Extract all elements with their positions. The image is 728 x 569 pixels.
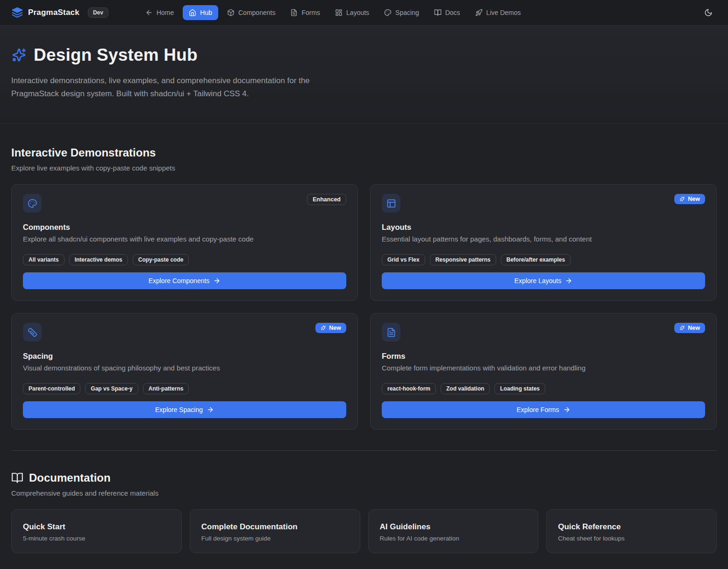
- card-head: New: [382, 194, 705, 213]
- nav-label: Home: [157, 9, 174, 16]
- demos-section: Interactive Demonstrations Explore live …: [0, 146, 728, 430]
- cta-label: Explore Components: [149, 277, 210, 284]
- palette-icon: [28, 199, 37, 208]
- arrow-left-icon: [145, 9, 153, 16]
- doc-card-complete-documentation[interactable]: Complete Documentation Full design syste…: [190, 509, 360, 553]
- card-description: Complete form implementations with valid…: [382, 364, 705, 372]
- doc-card-title: AI Guidelines: [380, 522, 527, 532]
- nav-label: Live Demos: [486, 9, 521, 16]
- card-title: Layouts: [382, 223, 705, 232]
- explore-forms-button[interactable]: Explore Forms: [382, 401, 705, 418]
- doc-card-ai-guidelines[interactable]: AI Guidelines Rules for AI code generati…: [368, 509, 539, 553]
- demo-card-components: Enhanced Components Explore all shadcn/u…: [11, 184, 358, 301]
- tag: Responsive patterns: [430, 254, 496, 265]
- doc-card-title: Quick Start: [23, 522, 170, 532]
- nav-item-hub[interactable]: Hub: [183, 5, 218, 20]
- main-nav: Home Hub Components Forms Layouts Spacin…: [139, 5, 527, 20]
- doc-card-quick-start[interactable]: Quick Start 5-minute crash course: [11, 509, 182, 553]
- hero-title-row: Design System Hub: [11, 45, 717, 65]
- nav-item-layouts[interactable]: Layouts: [329, 5, 375, 20]
- nav-item-home[interactable]: Home: [139, 5, 180, 20]
- card-description: Visual demonstrations of spacing philoso…: [23, 364, 346, 372]
- nav-label: Forms: [301, 9, 320, 16]
- card-title: Forms: [382, 352, 705, 361]
- nav-item-components[interactable]: Components: [221, 5, 281, 20]
- tag: react-hook-form: [382, 383, 436, 394]
- box-icon: [227, 9, 235, 16]
- layers-icon: [11, 7, 23, 19]
- nav-label: Components: [238, 9, 275, 16]
- theme-toggle-button[interactable]: [700, 4, 717, 21]
- doc-card-description: Rules for AI code generation: [380, 535, 527, 542]
- nav-item-spacing[interactable]: Spacing: [378, 5, 425, 20]
- documentation-title-row: Documentation: [11, 471, 717, 484]
- doc-card-description: 5-minute crash course: [23, 535, 170, 542]
- demo-card-layouts: New Layouts Essential layout patterns fo…: [370, 184, 717, 301]
- badge-label: New: [688, 196, 700, 202]
- file-text-icon: [290, 9, 298, 16]
- card-head: New: [382, 323, 705, 341]
- demos-section-subtitle: Explore live examples with copy-paste co…: [11, 164, 717, 172]
- documentation-section: Documentation Comprehensive guides and r…: [0, 471, 728, 565]
- tag: Gap vs Space-y: [85, 383, 138, 394]
- rocket-icon: [475, 9, 483, 16]
- doc-card-quick-reference[interactable]: Quick Reference Cheat sheet for lookups: [546, 509, 717, 553]
- demo-card-grid: Enhanced Components Explore all shadcn/u…: [11, 184, 717, 430]
- nav-label: Layouts: [346, 9, 369, 16]
- badge-label: New: [688, 325, 700, 331]
- tag: Anti-patterns: [143, 383, 189, 394]
- doc-card-grid: Quick Start 5-minute crash course Comple…: [11, 509, 717, 553]
- tag-row: react-hook-form Zod validation Loading s…: [382, 383, 705, 394]
- tag: Zod validation: [441, 383, 490, 394]
- card-icon-tile: [382, 323, 400, 341]
- new-badge: New: [674, 194, 705, 204]
- dev-badge: Dev: [88, 7, 108, 18]
- arrow-right-icon: [207, 406, 214, 413]
- brand[interactable]: PragmaStack Dev: [11, 7, 108, 19]
- tag: Before/after examples: [501, 254, 571, 265]
- tag-row: Grid vs Flex Responsive patterns Before/…: [382, 254, 705, 265]
- top-navbar: PragmaStack Dev Home Hub Components Form…: [0, 0, 728, 26]
- nav-item-live-demos[interactable]: Live Demos: [469, 5, 527, 20]
- card-head: Enhanced: [23, 194, 346, 213]
- ruler-icon: [28, 327, 37, 337]
- cta-label: Explore Forms: [516, 406, 559, 413]
- tag-row: Parent-controlled Gap vs Space-y Anti-pa…: [23, 383, 346, 394]
- explore-layouts-button[interactable]: Explore Layouts: [382, 272, 705, 289]
- explore-spacing-button[interactable]: Explore Spacing: [23, 401, 346, 418]
- documentation-title: Documentation: [29, 471, 111, 484]
- new-badge: New: [674, 323, 705, 333]
- enhanced-badge: Enhanced: [307, 194, 346, 205]
- sparkles-icon: [11, 47, 27, 63]
- book-open-icon: [434, 9, 442, 16]
- palette-icon: [384, 9, 392, 16]
- doc-card-description: Cheat sheet for lookups: [558, 535, 705, 542]
- sparkles-icon: [679, 196, 685, 202]
- file-text-icon: [386, 327, 396, 337]
- section-divider: [11, 450, 717, 451]
- page-title: Design System Hub: [34, 45, 198, 65]
- tag: Parent-controlled: [23, 383, 80, 394]
- cta-label: Explore Layouts: [514, 277, 561, 284]
- card-icon-tile: [382, 194, 400, 213]
- tag: Interactive demos: [69, 254, 128, 265]
- home-icon: [189, 9, 196, 16]
- doc-card-title: Complete Documentation: [201, 522, 349, 532]
- demo-card-spacing: New Spacing Visual demonstrations of spa…: [11, 313, 358, 430]
- demos-section-title: Interactive Demonstrations: [11, 146, 717, 159]
- hero-section: Design System Hub Interactive demonstrat…: [0, 26, 728, 124]
- tag-row: All variants Interactive demos Copy-past…: [23, 254, 346, 265]
- card-description: Essential layout patterns for pages, das…: [382, 235, 705, 243]
- tag: All variants: [23, 254, 64, 265]
- layout-grid-icon: [335, 9, 343, 16]
- nav-item-docs[interactable]: Docs: [428, 5, 466, 20]
- badge-label: New: [329, 325, 341, 331]
- nav-item-forms[interactable]: Forms: [284, 5, 326, 20]
- doc-card-title: Quick Reference: [558, 522, 705, 532]
- demo-card-forms: New Forms Complete form implementations …: [370, 313, 717, 430]
- card-icon-tile: [23, 323, 42, 341]
- cta-label: Explore Spacing: [155, 406, 203, 413]
- explore-components-button[interactable]: Explore Components: [23, 272, 346, 289]
- brand-name: PragmaStack: [28, 8, 79, 17]
- doc-card-description: Full design system guide: [201, 535, 349, 542]
